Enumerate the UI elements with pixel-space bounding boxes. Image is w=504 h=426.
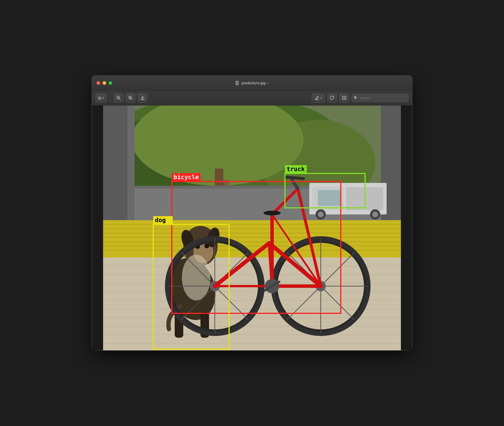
svg-text:truck: truck <box>287 166 305 173</box>
image-area: bicycle dog truck <box>92 105 412 350</box>
share-button[interactable] <box>138 93 147 103</box>
window-title: predictions.jpg <box>242 81 266 85</box>
maximize-button[interactable] <box>109 81 112 85</box>
scene-svg: bicycle dog truck <box>103 105 401 350</box>
main-window: predictions.jpg ▾ ⊞ ▾ <box>92 75 412 351</box>
sidebar-icon: ⊞ <box>98 96 101 100</box>
rotate-icon <box>330 96 334 100</box>
svg-text:bicycle: bicycle <box>174 174 199 181</box>
sidebar-dropdown-arrow: ▾ <box>103 97 104 99</box>
zoom-out-button[interactable] <box>114 93 123 103</box>
title-dropdown-arrow[interactable]: ▾ <box>267 81 269 85</box>
svg-point-37 <box>372 212 378 217</box>
annotate-button[interactable]: ▾ <box>312 93 325 103</box>
tools-icon <box>342 96 346 100</box>
svg-line-92 <box>286 177 304 179</box>
svg-rect-2 <box>236 83 238 83</box>
annotate-icon <box>315 96 319 100</box>
zoom-out-icon <box>116 96 121 100</box>
svg-point-93 <box>263 211 281 215</box>
traffic-lights <box>97 81 112 85</box>
rotate-button[interactable] <box>327 93 337 103</box>
titlebar-center: predictions.jpg ▾ <box>235 81 269 86</box>
toolbar-right: ▾ 🔍 <box>312 93 409 103</box>
svg-text:dog: dog <box>155 217 166 224</box>
zoom-in-icon <box>128 96 133 100</box>
search-input[interactable] <box>351 94 409 102</box>
svg-rect-46 <box>103 257 401 351</box>
file-icon <box>235 81 240 86</box>
sidebar-toggle-button[interactable]: ⊞ ▾ <box>95 93 107 103</box>
annotate-dropdown: ▾ <box>320 97 322 99</box>
zoom-in-button[interactable] <box>126 93 135 103</box>
titlebar: predictions.jpg ▾ <box>92 76 412 91</box>
svg-rect-3 <box>236 83 238 84</box>
svg-line-10 <box>131 99 133 100</box>
svg-line-6 <box>119 99 121 100</box>
svg-rect-32 <box>318 190 341 206</box>
svg-rect-29 <box>381 105 401 235</box>
svg-point-63 <box>204 244 209 248</box>
svg-rect-1 <box>236 82 238 82</box>
search-container: 🔍 <box>351 94 409 102</box>
svg-rect-28 <box>127 105 135 235</box>
tools-button[interactable] <box>339 93 349 103</box>
close-button[interactable] <box>97 81 100 85</box>
toolbar: ⊞ ▾ <box>92 91 412 105</box>
minimize-button[interactable] <box>103 81 106 85</box>
svg-point-35 <box>318 212 324 217</box>
share-icon <box>140 95 145 101</box>
image-scene: bicycle dog truck <box>103 105 401 350</box>
toolbar-separator-1 <box>110 95 110 101</box>
